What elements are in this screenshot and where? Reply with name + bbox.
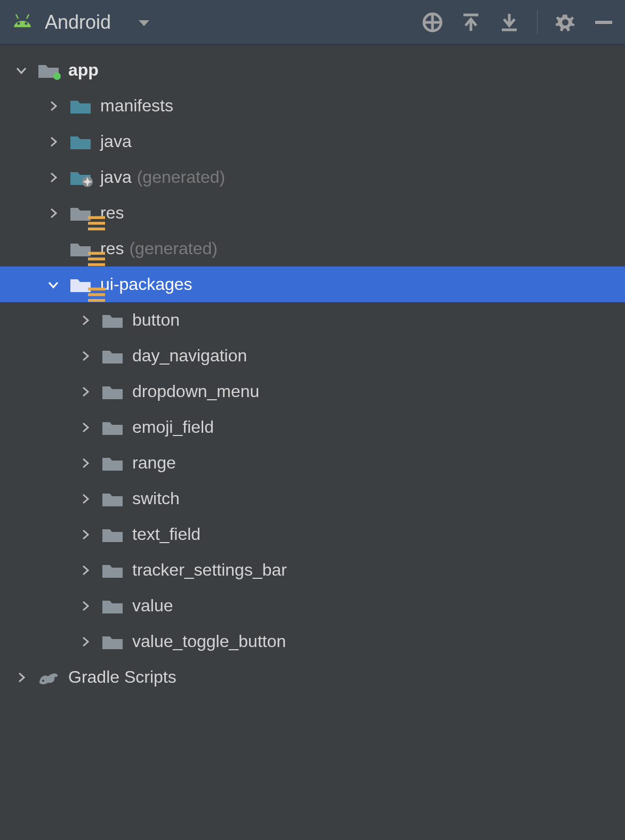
tree-item[interactable]: ui-packages <box>0 266 625 302</box>
chevron-right-icon <box>77 350 94 362</box>
svg-rect-20 <box>88 293 105 296</box>
view-selector-label: Android <box>45 11 111 34</box>
svg-rect-18 <box>88 263 105 265</box>
tree-item[interactable]: switch <box>0 481 625 516</box>
tree-item-label: button <box>132 310 180 330</box>
svg-rect-15 <box>88 227 105 230</box>
project-panel-header: Android <box>0 0 625 45</box>
tree-item-label: emoji_field <box>132 417 214 437</box>
tree-item-label: tracker_settings_bar <box>132 560 287 580</box>
folder-icon <box>69 169 92 186</box>
folder-icon <box>69 276 92 293</box>
chevron-right-icon <box>77 564 94 577</box>
chevron-right-icon <box>77 314 94 327</box>
svg-rect-17 <box>88 257 105 260</box>
tree-item-label: java <box>100 132 132 151</box>
svg-rect-12 <box>595 21 612 24</box>
folder-icon <box>101 348 124 365</box>
svg-point-22 <box>42 680 44 682</box>
tree-item-label: switch <box>132 489 180 508</box>
tree-item[interactable]: tracker_settings_bar <box>0 552 625 588</box>
svg-line-2 <box>16 14 18 19</box>
tree-item-label: app <box>68 60 99 80</box>
chevron-down-icon <box>13 64 30 77</box>
svg-point-1 <box>25 22 28 25</box>
chevron-right-icon <box>45 135 62 148</box>
tree-item-gradle-scripts[interactable]: Gradle Scripts <box>0 659 625 695</box>
tree-item[interactable]: text_field <box>0 516 625 552</box>
tree-item[interactable]: manifests <box>0 88 625 124</box>
tree-item[interactable]: dropdown_menu <box>0 374 625 409</box>
folder-icon <box>101 419 124 436</box>
view-selector[interactable]: Android <box>11 11 150 34</box>
chevron-right-icon <box>77 600 94 612</box>
svg-line-3 <box>27 14 29 19</box>
separator <box>537 11 538 34</box>
select-opened-file-icon[interactable] <box>422 12 443 33</box>
tree-item[interactable]: res <box>0 195 625 231</box>
folder-icon <box>69 240 92 257</box>
tree-item[interactable]: day_navigation <box>0 338 625 374</box>
tree-item[interactable]: value_toggle_button <box>0 624 625 659</box>
folder-icon <box>101 490 124 507</box>
tree-item[interactable]: java <box>0 124 625 159</box>
folder-icon <box>69 205 92 222</box>
tree-item-label: manifests <box>100 96 173 116</box>
gradle-icon <box>37 669 60 686</box>
chevron-right-icon <box>77 421 94 434</box>
tree-item[interactable]: java (generated) <box>0 159 625 195</box>
chevron-right-icon <box>45 207 62 220</box>
tree-item-label: Gradle Scripts <box>68 667 177 687</box>
chevron-right-icon <box>77 528 94 541</box>
chevron-right-icon <box>77 635 94 648</box>
chevron-down-icon <box>45 278 62 291</box>
tree-item[interactable]: emoji_field <box>0 409 625 445</box>
chevron-right-icon <box>45 171 62 184</box>
tree-item[interactable]: value <box>0 588 625 624</box>
tree-item[interactable]: range <box>0 445 625 481</box>
settings-icon[interactable] <box>555 12 576 33</box>
folder-icon <box>101 312 124 329</box>
chevron-right-icon <box>13 671 30 684</box>
project-tree: app manifests java java (generated) res <box>0 45 625 695</box>
folder-icon <box>101 383 124 400</box>
tree-item-suffix: (generated) <box>129 239 217 259</box>
svg-rect-16 <box>88 252 105 254</box>
folder-icon <box>101 455 124 472</box>
chevron-right-icon <box>45 100 62 112</box>
folder-icon <box>101 633 124 650</box>
tree-item-label: java <box>100 167 132 187</box>
tree-item-app[interactable]: app <box>0 52 625 88</box>
tree-item[interactable]: res (generated) <box>0 231 625 266</box>
svg-rect-21 <box>88 298 105 301</box>
folder-icon <box>69 98 92 115</box>
folder-icon <box>101 526 124 543</box>
expand-all-icon[interactable] <box>460 12 482 33</box>
chevron-right-icon <box>77 492 94 505</box>
tree-item-label: day_navigation <box>132 346 247 366</box>
tree-item-label: value_toggle_button <box>132 632 286 651</box>
chevron-down-icon <box>138 12 150 32</box>
chevron-right-icon <box>77 385 94 398</box>
collapse-all-icon[interactable] <box>499 12 520 33</box>
folder-icon <box>101 597 124 615</box>
svg-point-0 <box>18 22 20 25</box>
svg-rect-14 <box>88 222 105 224</box>
android-icon <box>11 12 34 33</box>
tree-item-label: range <box>132 453 176 473</box>
svg-rect-19 <box>88 287 105 290</box>
chevron-right-icon <box>77 457 94 470</box>
module-folder-icon <box>37 62 60 79</box>
svg-point-11 <box>562 19 568 26</box>
tree-item-label: value <box>132 596 173 616</box>
folder-icon <box>69 133 92 150</box>
tree-item-label: dropdown_menu <box>132 382 259 401</box>
tree-item[interactable]: button <box>0 302 625 338</box>
hide-icon[interactable] <box>593 12 614 33</box>
tree-item-suffix: (generated) <box>137 167 225 187</box>
tree-item-label: text_field <box>132 524 201 544</box>
folder-icon <box>101 562 124 579</box>
tree-item-label: ui-packages <box>100 274 193 294</box>
svg-rect-13 <box>88 216 105 219</box>
